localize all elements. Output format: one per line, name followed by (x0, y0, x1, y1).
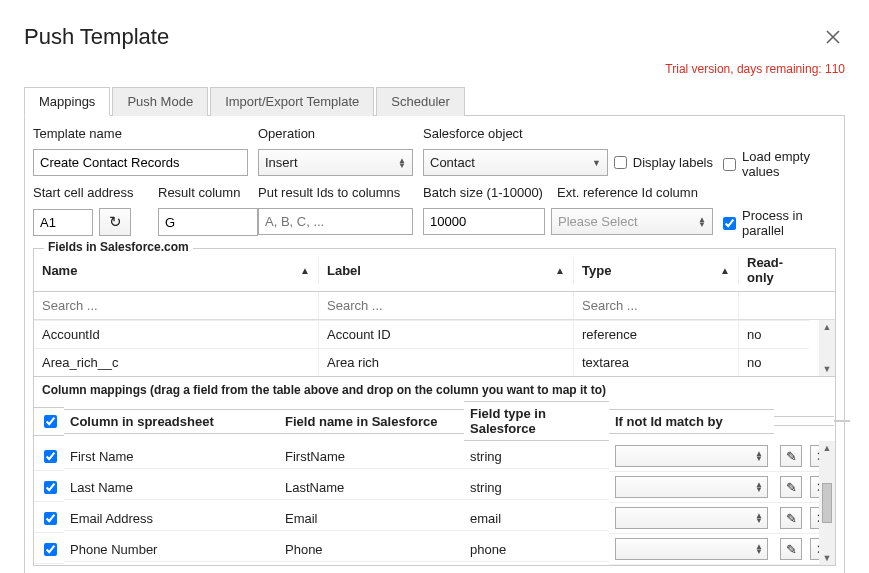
display-labels-checkbox[interactable]: Display labels (614, 155, 713, 170)
map-col-match: If not Id match by (609, 409, 774, 434)
load-empty-input[interactable] (723, 158, 736, 171)
scroll-thumb[interactable] (822, 483, 832, 523)
match-select[interactable]: ▲▼ (615, 538, 768, 560)
match-select[interactable]: ▲▼ (615, 476, 768, 498)
map-col-spreadsheet: Column in spreadsheet (64, 409, 279, 434)
template-name-input[interactable] (33, 149, 248, 176)
fields-col-readonly[interactable]: Read-only (739, 249, 809, 291)
process-parallel-text: Process in parallel (742, 208, 836, 238)
map-row-check[interactable] (44, 512, 57, 525)
start-cell-label: Start cell address (33, 185, 148, 200)
put-result-label: Put result Ids to columns (258, 185, 413, 200)
mappings-hint: Column mappings (drag a field from the t… (34, 376, 835, 401)
tab-mappings[interactable]: Mappings (24, 87, 110, 116)
match-select[interactable]: ▲▼ (615, 507, 768, 529)
tab-scheduler[interactable]: Scheduler (376, 87, 465, 116)
match-select[interactable]: ▲▼ (615, 445, 768, 467)
put-result-input[interactable] (258, 208, 413, 235)
map-row: Phone Number Phone phone ▲▼ ✎ ✕ (34, 534, 835, 565)
sf-object-label: Salesforce object (423, 126, 713, 141)
pencil-icon: ✎ (786, 511, 797, 526)
push-template-dialog: Push Template Trial version, days remain… (0, 0, 869, 573)
result-col-input[interactable] (158, 208, 258, 236)
mappings-scrollbar[interactable]: ▲ ▼ (819, 441, 835, 565)
map-row-check[interactable] (44, 450, 57, 463)
sf-object-value: Contact (430, 155, 475, 170)
fields-search-name[interactable] (38, 294, 314, 317)
edit-button[interactable]: ✎ (780, 445, 802, 467)
updown-icon: ▲▼ (755, 451, 763, 461)
process-parallel-checkbox[interactable]: Process in parallel (723, 208, 836, 238)
fields-col-label[interactable]: Label▲ (319, 257, 574, 284)
refresh-button[interactable]: ↻ (99, 208, 131, 236)
pencil-icon: ✎ (786, 542, 797, 557)
batch-size-label: Batch size (1-10000) (423, 185, 551, 200)
map-row-check[interactable] (44, 481, 57, 494)
operation-label: Operation (258, 126, 413, 141)
sort-icon: ▲ (300, 265, 310, 276)
edit-button[interactable]: ✎ (780, 538, 802, 560)
map-row: Last Name LastName string ▲▼ ✎ ✕ (34, 472, 835, 503)
fields-table: Fields in Salesforce.com Name▲ Label▲ Ty… (33, 248, 836, 566)
result-col-label: Result column (158, 185, 258, 200)
load-empty-text: Load empty values (742, 149, 836, 179)
refresh-icon: ↻ (109, 213, 122, 231)
map-col-fieldname: Field name in Salesforce (279, 409, 464, 434)
scroll-down-icon: ▼ (823, 553, 832, 563)
fields-search-label[interactable] (323, 294, 569, 317)
fields-col-name[interactable]: Name▲ (34, 257, 319, 284)
display-labels-input[interactable] (614, 156, 627, 169)
tab-import-export[interactable]: Import/Export Template (210, 87, 374, 116)
close-button[interactable] (821, 25, 845, 49)
sf-object-select[interactable]: Contact ▼ (423, 149, 608, 176)
load-empty-checkbox[interactable]: Load empty values (723, 149, 836, 179)
mappings-panel: Template name Operation Salesforce objec… (24, 116, 845, 573)
fields-scrollbar[interactable]: ▲ ▼ (819, 320, 835, 376)
tab-bar: Mappings Push Mode Import/Export Templat… (24, 86, 845, 116)
scroll-up-icon: ▲ (823, 443, 832, 453)
map-row-check[interactable] (44, 543, 57, 556)
map-row: First Name FirstName string ▲▼ ✎ ✕ (34, 441, 835, 472)
pencil-icon: ✎ (786, 480, 797, 495)
batch-size-input[interactable] (423, 208, 545, 235)
ext-ref-label: Ext. reference Id column (557, 185, 713, 200)
process-parallel-input[interactable] (723, 217, 736, 230)
fields-legend: Fields in Salesforce.com (44, 240, 193, 254)
fields-search-type[interactable] (578, 294, 734, 317)
updown-icon: ▲▼ (698, 217, 706, 227)
scroll-down-icon: ▼ (823, 364, 832, 374)
map-col-fieldtype: Field type in Salesforce (464, 401, 609, 441)
fields-row[interactable]: Area_rich__c Area rich textarea no (34, 348, 835, 376)
updown-icon: ▲▼ (755, 482, 763, 492)
operation-value: Insert (265, 155, 298, 170)
scroll-up-icon: ▲ (823, 322, 832, 332)
updown-icon: ▲▼ (755, 544, 763, 554)
fields-col-type[interactable]: Type▲ (574, 257, 739, 284)
display-labels-text: Display labels (633, 155, 713, 170)
dialog-title: Push Template (24, 24, 169, 50)
fields-row[interactable]: AccountId Account ID reference no (34, 320, 835, 348)
caret-down-icon: ▼ (592, 158, 601, 168)
start-cell-input[interactable] (33, 209, 93, 236)
tab-push-mode[interactable]: Push Mode (112, 87, 208, 116)
sort-icon: ▲ (720, 265, 730, 276)
map-select-all[interactable] (44, 415, 57, 428)
updown-icon: ▲▼ (398, 158, 406, 168)
pencil-icon: ✎ (786, 449, 797, 464)
ext-ref-select[interactable]: Please Select ▲▼ (551, 208, 713, 235)
map-row: Email Address Email email ▲▼ ✎ ✕ (34, 503, 835, 534)
edit-button[interactable]: ✎ (780, 507, 802, 529)
edit-button[interactable]: ✎ (780, 476, 802, 498)
ext-ref-placeholder: Please Select (558, 214, 638, 229)
sort-icon: ▲ (555, 265, 565, 276)
trial-banner: Trial version, days remaining: 110 (24, 58, 845, 86)
operation-select[interactable]: Insert ▲▼ (258, 149, 413, 176)
updown-icon: ▲▼ (755, 513, 763, 523)
template-name-label: Template name (33, 126, 248, 141)
